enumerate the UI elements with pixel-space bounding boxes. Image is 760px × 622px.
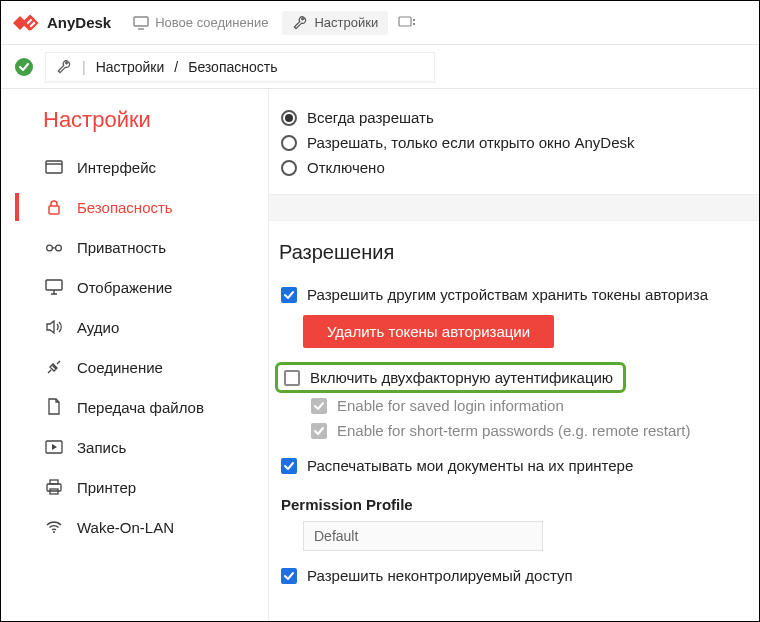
tab-new-connection-label: Новое соединение <box>155 15 268 30</box>
checkbox-enable-saved-login[interactable]: Enable for saved login information <box>277 393 751 418</box>
svg-rect-11 <box>47 484 61 491</box>
sidebar-title: Настройки <box>1 107 268 147</box>
sidebar: Настройки Интерфейс Безопасность Приватн… <box>1 89 269 621</box>
monitor-icon <box>45 278 63 296</box>
tab-settings-label: Настройки <box>314 15 378 30</box>
svg-rect-6 <box>49 206 59 214</box>
printer-icon <box>45 478 63 496</box>
section-divider <box>269 195 759 221</box>
view-mode-button[interactable] <box>392 14 422 32</box>
sidebar-item-label: Соединение <box>77 359 163 376</box>
checkbox-label: Разрешить неконтролируемый доступ <box>307 567 573 584</box>
window-icon <box>45 158 63 176</box>
svg-rect-1 <box>399 17 411 26</box>
svg-rect-9 <box>46 280 62 290</box>
monitor-icon <box>133 16 149 30</box>
checkbox-store-tokens[interactable]: Разрешить другим устройствам хранить ток… <box>277 282 751 307</box>
plug-icon <box>45 358 63 376</box>
radio-disabled[interactable]: Отключено <box>277 155 759 180</box>
app-logo <box>11 13 39 33</box>
permissions-title: Разрешения <box>279 241 751 264</box>
checkbox-label: Включить двухфакторную аутентификацию <box>310 369 613 386</box>
anydesk-logo-icon <box>11 13 39 33</box>
sidebar-item-label: Wake-On-LAN <box>77 519 174 536</box>
checkbox-icon <box>311 423 327 439</box>
wrench-icon <box>56 59 72 75</box>
sidebar-item-label: Передача файлов <box>77 399 204 416</box>
sidebar-item-display[interactable]: Отображение <box>1 267 268 307</box>
file-icon <box>45 398 63 416</box>
wrench-icon <box>292 15 308 31</box>
svg-point-8 <box>56 245 62 251</box>
status-ok-icon <box>15 58 33 76</box>
tab-new-connection[interactable]: Новое соединение <box>123 11 278 34</box>
svg-rect-4 <box>46 161 62 173</box>
checkbox-allow-unattended[interactable]: Разрешить неконтролируемый доступ <box>277 563 751 588</box>
sidebar-item-security[interactable]: Безопасность <box>1 187 268 227</box>
breadcrumb-bar: | Настройки/Безопасность <box>1 45 759 89</box>
sidebar-item-audio[interactable]: Аудио <box>1 307 268 347</box>
interactive-access-group: Всегда разрешать Разрешать, только если … <box>269 89 759 195</box>
permissions-section: Разрешения Разрешить другим устройствам … <box>269 221 759 588</box>
radio-icon <box>281 160 297 176</box>
radio-label: Всегда разрешать <box>307 109 434 126</box>
content-pane: Всегда разрешать Разрешать, только если … <box>269 89 759 621</box>
sidebar-item-label: Безопасность <box>77 199 173 216</box>
sidebar-item-wol[interactable]: Wake-On-LAN <box>1 507 268 547</box>
lock-icon <box>45 198 63 216</box>
permission-profile-title: Permission Profile <box>281 496 751 513</box>
select-value: Default <box>314 528 358 544</box>
radio-icon <box>281 110 297 126</box>
title-bar: AnyDesk Новое соединение Настройки <box>1 1 759 45</box>
checkbox-icon <box>281 287 297 303</box>
checkbox-label: Enable for short-term passwords (e.g. re… <box>337 422 690 439</box>
highlighted-option-frame: Включить двухфакторную аутентификацию <box>275 362 626 393</box>
app-name: AnyDesk <box>47 14 111 31</box>
sidebar-item-printer[interactable]: Принтер <box>1 467 268 507</box>
svg-rect-12 <box>50 480 58 484</box>
sidebar-item-label: Принтер <box>77 479 136 496</box>
breadcrumb[interactable]: | Настройки/Безопасность <box>45 52 435 82</box>
sidebar-item-file-transfer[interactable]: Передача файлов <box>1 387 268 427</box>
checkbox-label: Распечатывать мои документы на их принте… <box>307 457 633 474</box>
sidebar-item-connection[interactable]: Соединение <box>1 347 268 387</box>
radio-allow-always[interactable]: Всегда разрешать <box>277 105 759 130</box>
glasses-icon <box>45 238 63 256</box>
radio-label: Разрешать, только если открыто окно AnyD… <box>307 134 634 151</box>
sidebar-item-label: Приватность <box>77 239 166 256</box>
radio-icon <box>281 135 297 151</box>
sidebar-item-label: Интерфейс <box>77 159 156 176</box>
svg-rect-2 <box>413 19 415 21</box>
speaker-icon <box>45 318 63 336</box>
checkbox-icon <box>284 370 300 386</box>
checkbox-icon <box>311 398 327 414</box>
svg-point-14 <box>53 531 55 533</box>
checkbox-enable-2fa[interactable]: Включить двухфакторную аутентификацию <box>280 367 617 388</box>
play-icon <box>45 438 63 456</box>
svg-rect-0 <box>134 17 148 26</box>
svg-rect-3 <box>413 23 415 25</box>
checkbox-print-docs[interactable]: Распечатывать мои документы на их принте… <box>277 453 751 478</box>
display-grid-icon <box>398 16 416 30</box>
checkbox-label: Разрешить другим устройствам хранить ток… <box>307 286 708 303</box>
radio-label: Отключено <box>307 159 385 176</box>
svg-point-7 <box>47 245 53 251</box>
checkbox-icon <box>281 568 297 584</box>
sidebar-item-recording[interactable]: Запись <box>1 427 268 467</box>
sidebar-item-label: Запись <box>77 439 126 456</box>
sidebar-item-interface[interactable]: Интерфейс <box>1 147 268 187</box>
sidebar-item-label: Аудио <box>77 319 119 336</box>
delete-tokens-button[interactable]: Удалить токены авторизации <box>303 315 554 348</box>
radio-allow-if-open[interactable]: Разрешать, только если открыто окно AnyD… <box>277 130 759 155</box>
sidebar-item-privacy[interactable]: Приватность <box>1 227 268 267</box>
sidebar-item-label: Отображение <box>77 279 172 296</box>
tab-settings[interactable]: Настройки <box>282 11 388 35</box>
checkbox-icon <box>281 458 297 474</box>
checkbox-enable-short-term[interactable]: Enable for short-term passwords (e.g. re… <box>277 418 751 443</box>
breadcrumb-root: Настройки <box>96 59 165 75</box>
wifi-icon <box>45 518 63 536</box>
breadcrumb-leaf: Безопасность <box>188 59 277 75</box>
checkbox-label: Enable for saved login information <box>337 397 564 414</box>
permission-profile-select[interactable]: Default <box>303 521 543 551</box>
